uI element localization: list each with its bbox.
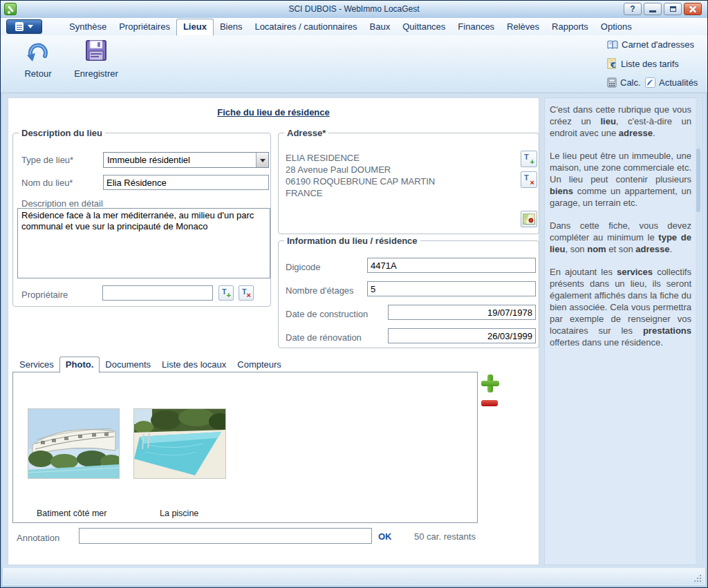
restore-button[interactable]	[664, 3, 682, 15]
news-label: Actualités	[659, 77, 698, 88]
form-panel: Fiche du lieu de résidence Description d…	[8, 97, 539, 565]
subtab-compteurs[interactable]: Compteurs	[232, 357, 287, 372]
address-text: ELIA RESIDENCE 28 Avenue Paul DOUMER 061…	[286, 152, 435, 199]
construction-date-input[interactable]	[388, 305, 536, 320]
tariff-list-button[interactable]: € Liste des tarifs	[607, 58, 679, 69]
address-book-label: Carnet d'adresses	[622, 39, 694, 50]
close-button[interactable]	[684, 3, 702, 15]
address-group-title: Adresse*	[284, 128, 328, 138]
app-window: SCI DUBOIS - WebImmo LocaGest ? Synthèse…	[0, 0, 708, 588]
menu-pages-icon	[15, 22, 24, 31]
tab-quittances[interactable]: Quittances	[396, 19, 451, 35]
help-panel: C'est dans cette rubrique que vous créez…	[544, 97, 702, 565]
add-photo-button[interactable]	[481, 374, 499, 392]
subtab-liste-des-locaux[interactable]: Liste des locaux	[156, 357, 232, 372]
detail-tabs: Services Photo. Documents Liste des loca…	[14, 357, 287, 372]
floors-input[interactable]	[367, 281, 536, 296]
tab-rapports[interactable]: Rapports	[546, 19, 595, 35]
help-button[interactable]: ?	[624, 3, 642, 15]
save-label: Enregistrer	[74, 68, 118, 79]
news-feather-icon	[645, 77, 655, 88]
photo-caption: Batiment côté mer	[37, 509, 106, 518]
annotation-ok-button[interactable]: OK	[378, 531, 392, 542]
address-book-button[interactable]: Carnet d'adresses	[607, 39, 694, 50]
menu-bar: Synthèse Propriétaires Lieux Biens Locat…	[1, 18, 707, 35]
tab-releves[interactable]: Relèves	[501, 19, 546, 35]
photo-caption: La piscine	[160, 509, 198, 518]
renovation-date-input[interactable]	[388, 328, 536, 343]
annotation-label: Annotation	[17, 533, 59, 543]
subtab-documents[interactable]: Documents	[100, 357, 156, 372]
detail-textarea[interactable]: Résidence face à la mer méditerranée, au…	[17, 208, 270, 278]
tab-synthese[interactable]: Synthèse	[63, 19, 113, 35]
main-tabs: Synthèse Propriétaires Lieux Biens Locat…	[63, 18, 638, 35]
tab-options[interactable]: Options	[595, 19, 638, 35]
clear-owner-button[interactable]: T×	[239, 285, 254, 301]
application-menu-button[interactable]	[6, 19, 42, 34]
owner-label: Propriétaire	[21, 290, 68, 300]
description-group-title: Description du lieu	[19, 128, 105, 138]
show-on-map-button[interactable]	[521, 211, 537, 227]
pool-photo-thumbnail[interactable]	[133, 408, 226, 479]
type-select[interactable]: Immeuble résidentiel	[103, 152, 269, 168]
title-bar[interactable]: SCI DUBOIS - WebImmo LocaGest ?	[1, 1, 707, 18]
address-book-icon	[607, 40, 618, 50]
cross-icon: ×	[247, 291, 251, 299]
back-button[interactable]: Retour	[12, 37, 64, 90]
info-group: Information du lieu / résidence Digicode…	[278, 240, 539, 348]
annotation-input[interactable]	[79, 528, 372, 544]
select-owner-button[interactable]: T+	[218, 285, 234, 301]
chars-remaining: 50 car. restants	[414, 531, 476, 542]
tariff-list-label: Liste des tarifs	[621, 59, 679, 69]
building-photo-thumbnail[interactable]	[28, 408, 120, 479]
tab-proprietaires[interactable]: Propriétaires	[113, 19, 176, 35]
tab-finances[interactable]: Finances	[451, 19, 501, 35]
news-button[interactable]: Actualités	[645, 77, 698, 88]
detail-label: Description en détail	[21, 198, 103, 209]
tab-lieux[interactable]: Lieux	[176, 19, 214, 36]
scrollbar-thumb[interactable]	[696, 149, 700, 212]
type-label: Type de lieu*	[21, 155, 73, 165]
question-icon: ?	[630, 4, 635, 14]
plus-icon: +	[530, 158, 534, 166]
help-scrollbar[interactable]	[696, 99, 701, 564]
type-select-value: Immeuble résidentiel	[104, 155, 256, 165]
undo-arrow-icon	[24, 37, 52, 65]
name-input[interactable]	[103, 175, 269, 190]
save-button[interactable]: Enregistrer	[70, 37, 122, 90]
subtab-photo[interactable]: Photo.	[59, 357, 100, 373]
subtab-services[interactable]: Services	[14, 357, 59, 372]
dropdown-button[interactable]	[256, 153, 268, 167]
tab-locataires-cautionnaires[interactable]: Locataires / cautionnaires	[248, 19, 363, 35]
svg-text:€: €	[610, 61, 616, 69]
toolbar: Retour Enregistrer Carnet d'	[1, 35, 707, 93]
clear-address-button[interactable]: T×	[521, 171, 537, 188]
digicode-input[interactable]	[367, 258, 536, 273]
map-icon	[523, 213, 535, 225]
remove-photo-button[interactable]	[481, 400, 498, 406]
resize-grip[interactable]	[700, 580, 701, 582]
minimize-icon	[649, 10, 656, 12]
plus-icon: +	[227, 291, 231, 299]
tab-biens[interactable]: Biens	[214, 19, 249, 35]
floppy-disk-icon	[82, 37, 110, 65]
description-group: Description du lieu Type de lieu* Immeub…	[12, 133, 271, 307]
calculator-button[interactable]: Calc.	[607, 77, 641, 88]
chevron-down-icon	[260, 159, 266, 165]
owner-input[interactable]	[102, 285, 213, 301]
digicode-label: Digicode	[286, 262, 321, 272]
chevron-down-icon	[28, 25, 33, 31]
minimize-button[interactable]	[644, 3, 662, 15]
window-title: SCI DUBOIS - WebImmo LocaGest	[1, 4, 707, 14]
tab-baux[interactable]: Baux	[364, 19, 397, 35]
floors-label: Nombre d'étages	[286, 285, 354, 296]
cross-icon: ×	[530, 178, 534, 187]
toolbar-right: Carnet d'adresses € Liste des tarifs	[606, 38, 707, 91]
name-label: Nom du lieu*	[21, 178, 73, 188]
page-title: Fiche du lieu de résidence	[8, 107, 539, 117]
address-group: Adresse* ELIA RESIDENCE 28 Avenue Paul D…	[278, 133, 539, 234]
calculator-label: Calc.	[620, 77, 641, 88]
construction-date-label: Date de construction	[286, 309, 368, 319]
edit-address-button[interactable]: T+	[521, 151, 537, 167]
back-label: Retour	[24, 68, 51, 79]
